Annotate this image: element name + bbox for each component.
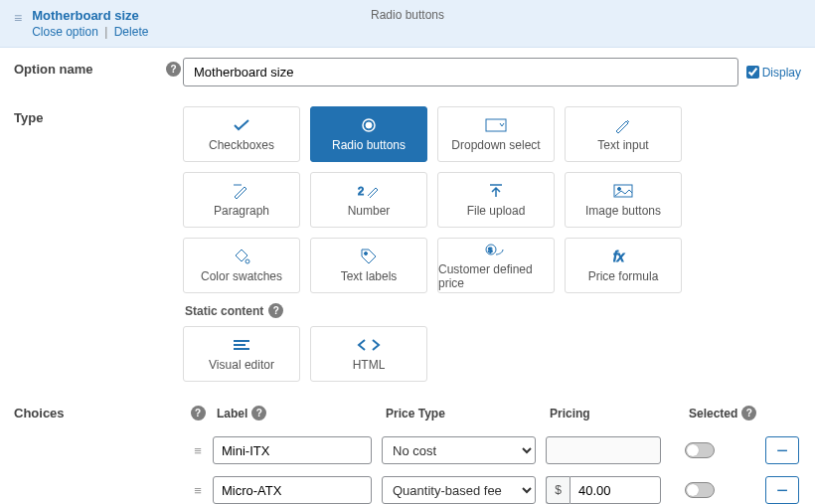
help-icon[interactable]: ? bbox=[166, 62, 181, 77]
static-type-grid: Visual editorHTML bbox=[183, 326, 801, 382]
type-grid: CheckboxesRadio buttonsDropdown selectTe… bbox=[183, 106, 801, 293]
type-label-text: Color swatches bbox=[201, 269, 282, 283]
delete-option-link[interactable]: Delete bbox=[114, 25, 149, 39]
type-label-text: Image buttons bbox=[585, 204, 661, 218]
type-number[interactable]: 2Number bbox=[310, 172, 427, 228]
choices-header: ? Label ? Price Type Pricing Selected ? bbox=[183, 402, 801, 430]
choice-label-input[interactable] bbox=[213, 476, 372, 504]
type-text-input[interactable]: Text input bbox=[565, 106, 682, 162]
col-selected: Selected bbox=[689, 407, 737, 420]
type-customer-defined-price[interactable]: $Customer defined price bbox=[437, 238, 555, 293]
type-checkboxes[interactable]: Checkboxes bbox=[183, 106, 300, 162]
type-paragraph[interactable]: Paragraph bbox=[183, 172, 300, 228]
radio-buttons-icon bbox=[361, 116, 377, 134]
choice-price-input bbox=[546, 436, 661, 464]
svg-point-1 bbox=[366, 122, 372, 128]
svg-text:2: 2 bbox=[358, 185, 364, 197]
type-label-text: Dropdown select bbox=[451, 138, 540, 152]
type-label-text: HTML bbox=[353, 358, 386, 372]
choice-selected-toggle[interactable] bbox=[685, 442, 715, 458]
choice-price-type-select[interactable]: No cost Quantity-based fee bbox=[382, 476, 536, 504]
type-label-text: Text labels bbox=[341, 269, 398, 283]
paragraph-icon bbox=[233, 182, 250, 200]
remove-choice-button[interactable]: − bbox=[765, 436, 799, 464]
color-swatches-icon bbox=[233, 248, 250, 265]
type-label-text: Checkboxes bbox=[209, 138, 274, 152]
type-label-text: Visual editor bbox=[209, 358, 274, 372]
svg-point-8 bbox=[245, 259, 249, 263]
col-ptype: Price Type bbox=[386, 407, 445, 420]
type-label: Type bbox=[14, 110, 43, 125]
customer-defined-price-icon: $ bbox=[485, 241, 507, 258]
choices-label: Choices bbox=[14, 406, 65, 420]
text-labels-icon bbox=[360, 248, 378, 265]
close-option-link[interactable]: Close option bbox=[32, 25, 98, 39]
help-icon[interactable]: ? bbox=[191, 406, 206, 420]
display-checkbox-label[interactable]: Display bbox=[746, 66, 801, 80]
type-label-text: Customer defined price bbox=[438, 262, 554, 290]
option-name-input[interactable] bbox=[183, 58, 738, 86]
col-label: Label bbox=[217, 407, 247, 420]
checkboxes-icon bbox=[233, 116, 250, 134]
file-upload-icon bbox=[488, 182, 504, 200]
help-icon[interactable]: ? bbox=[741, 406, 756, 420]
type-image-buttons[interactable]: Image buttons bbox=[565, 172, 682, 228]
type-price-formula[interactable]: fxPrice formula bbox=[565, 238, 682, 293]
type-label-text: Paragraph bbox=[214, 204, 269, 218]
svg-point-7 bbox=[618, 188, 621, 191]
drag-handle-icon[interactable]: ≡ bbox=[183, 443, 213, 458]
image-buttons-icon bbox=[613, 182, 633, 200]
choices-body: ≡ No cost Quantity-based fee − ≡ No cost… bbox=[183, 430, 801, 504]
number-icon: 2 bbox=[358, 182, 380, 200]
type-radio-buttons[interactable]: Radio buttons bbox=[310, 106, 427, 162]
option-title: Motherboard size bbox=[32, 8, 148, 23]
type-label-text: Number bbox=[348, 204, 391, 218]
type-label-text: Price formula bbox=[588, 269, 659, 283]
svg-text:$: $ bbox=[488, 246, 493, 254]
type-label-text: Radio buttons bbox=[332, 138, 406, 152]
price-formula-icon: fx bbox=[613, 248, 633, 265]
type-color-swatches[interactable]: Color swatches bbox=[183, 238, 300, 293]
choice-row: ≡ No cost Quantity-based fee − bbox=[183, 430, 801, 470]
drag-handle-icon[interactable]: ≡ bbox=[14, 10, 22, 26]
visual-editor-icon bbox=[232, 336, 251, 354]
help-icon[interactable]: ? bbox=[251, 406, 266, 420]
type-label-text: File upload bbox=[467, 204, 526, 218]
svg-point-9 bbox=[365, 252, 368, 255]
svg-text:fx: fx bbox=[613, 249, 625, 264]
text-input-icon bbox=[614, 116, 632, 134]
option-name-label: Option name bbox=[14, 62, 92, 77]
drag-handle-icon[interactable]: ≡ bbox=[183, 483, 213, 498]
type-dropdown-select[interactable]: Dropdown select bbox=[437, 106, 555, 162]
choice-selected-toggle[interactable] bbox=[685, 482, 715, 498]
choice-row: ≡ No cost Quantity-based fee $ − bbox=[183, 470, 801, 504]
display-checkbox[interactable] bbox=[746, 66, 759, 79]
choice-label-input[interactable] bbox=[213, 436, 372, 464]
dropdown-select-icon bbox=[485, 116, 507, 134]
type-label-text: Text input bbox=[597, 138, 648, 152]
choice-price-input[interactable] bbox=[570, 476, 661, 504]
help-icon[interactable]: ? bbox=[268, 303, 283, 318]
type-text-labels[interactable]: Text labels bbox=[310, 238, 427, 293]
option-header: ≡ Motherboard size Close option | Delete… bbox=[0, 0, 815, 48]
type-file-upload[interactable]: File upload bbox=[437, 172, 555, 228]
currency-symbol: $ bbox=[546, 476, 570, 504]
type-html[interactable]: HTML bbox=[310, 326, 427, 382]
type-visual-editor[interactable]: Visual editor bbox=[183, 326, 300, 382]
remove-choice-button[interactable]: − bbox=[765, 476, 799, 504]
option-type-readout: Radio buttons bbox=[371, 8, 444, 22]
col-pricing: Pricing bbox=[550, 407, 590, 420]
static-content-label: Static content bbox=[185, 304, 263, 318]
choice-price-type-select[interactable]: No cost Quantity-based fee bbox=[382, 436, 536, 464]
html-icon bbox=[357, 336, 381, 354]
